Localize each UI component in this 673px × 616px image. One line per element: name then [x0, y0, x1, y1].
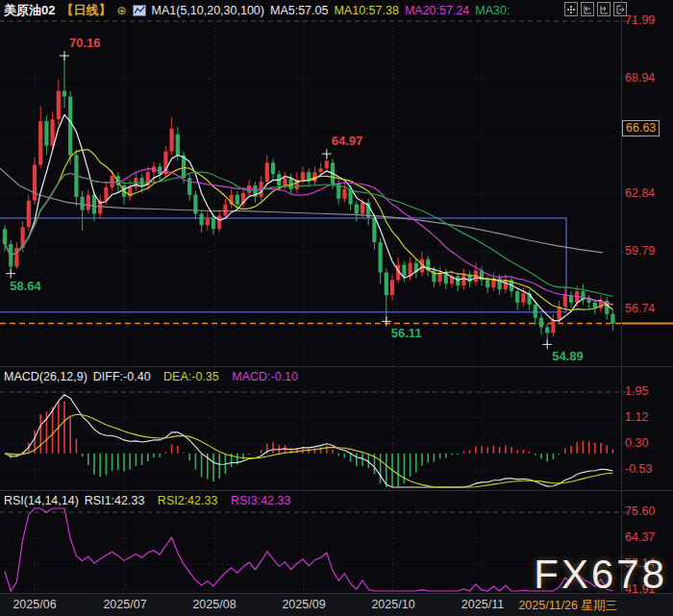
axis-tick-label: 1.12: [625, 410, 648, 424]
crosshair-icon[interactable]: [564, 2, 578, 16]
rsi2-value: RSI2:42.33: [158, 494, 218, 507]
drawings-layer: [0, 218, 673, 324]
axis-tick-label: 62.84: [625, 186, 655, 200]
axis-tick-label: 59.79: [625, 244, 655, 258]
svg-text:70.16: 70.16: [69, 36, 101, 50]
symbol-name: 美原油02: [4, 2, 55, 19]
axis-tick-label: 68.94: [625, 71, 655, 85]
macd-label-row: MACD(26,12,9)DIFF:-0.40 DEA:-0.35 MACD:-…: [4, 370, 308, 383]
macd-diff-value: DIFF:-0.40: [93, 370, 151, 383]
scale-right-icon[interactable]: [597, 2, 611, 16]
ma30-value: MA30:: [475, 4, 510, 17]
month-label: 2025/06: [12, 598, 56, 611]
chart-type-icon[interactable]: [133, 4, 146, 17]
month-label: 2025/10: [371, 598, 414, 611]
scale-left-icon[interactable]: [581, 2, 594, 16]
ma-settings-label: MA1(5,10,20,30,100): [152, 4, 264, 17]
period-label[interactable]: 【日线】: [61, 2, 111, 19]
rsi-layer: [5, 508, 612, 591]
axis-tick-label: 64.37: [625, 530, 655, 544]
ma10-value: MA10:57.38: [334, 4, 398, 17]
macd-macd-value: MACD:-0.10: [232, 370, 298, 383]
axis-tick-label: 75.60: [625, 505, 655, 518]
axis-tick-label: 1.95: [625, 384, 648, 398]
ma5-value: MA5:57.05: [270, 4, 328, 17]
month-label: 2025/07: [103, 598, 146, 611]
rsi3-value: RSI3:42.33: [231, 494, 291, 507]
month-label: 2025/08: [192, 598, 236, 611]
watermark: FX678: [534, 552, 667, 598]
macd-layer: [5, 395, 612, 487]
exit-panel-icon[interactable]: [613, 2, 627, 16]
svg-text:56.11: 56.11: [391, 326, 422, 340]
svg-text:58.64: 58.64: [10, 279, 41, 293]
add-indicator-icon[interactable]: ⊕: [116, 5, 126, 16]
axis-tick-label: 56.74: [625, 302, 655, 315]
macd-title: MACD(26,12,9): [4, 370, 87, 383]
svg-text:54.89: 54.89: [552, 349, 584, 363]
rsi-title: RSI(14,14,14): [4, 494, 79, 507]
chart-app: 美原油02 【日线】 ⊕ MA1(5,10,20,30,100) MA5:57.…: [0, 0, 673, 616]
macd-dea-value: DEA:-0.35: [163, 370, 219, 383]
chart-toolbar: [564, 2, 627, 16]
month-label: 2025/09: [282, 598, 325, 611]
rsi-label-row: RSI(14,14,14)RSI1:42.33 RSI2:42.33 RSI3:…: [4, 494, 300, 507]
chart-canvas[interactable]: 70.1658.6464.9756.1154.89: [0, 0, 673, 616]
svg-text:64.97: 64.97: [332, 134, 363, 148]
month-label: 2025/11: [461, 598, 504, 611]
axis-tick-label: -0.53: [625, 462, 653, 476]
axis-tick-label: 0.30: [625, 436, 648, 450]
candlestick-layer: [3, 56, 615, 344]
ma20-value: MA20:57.24: [405, 4, 469, 17]
rsi1-value: RSI1:42.33: [85, 494, 145, 507]
current-date-label: 2025/11/26 星期三: [518, 598, 617, 614]
boxed-price-label: 66.63: [622, 120, 660, 136]
